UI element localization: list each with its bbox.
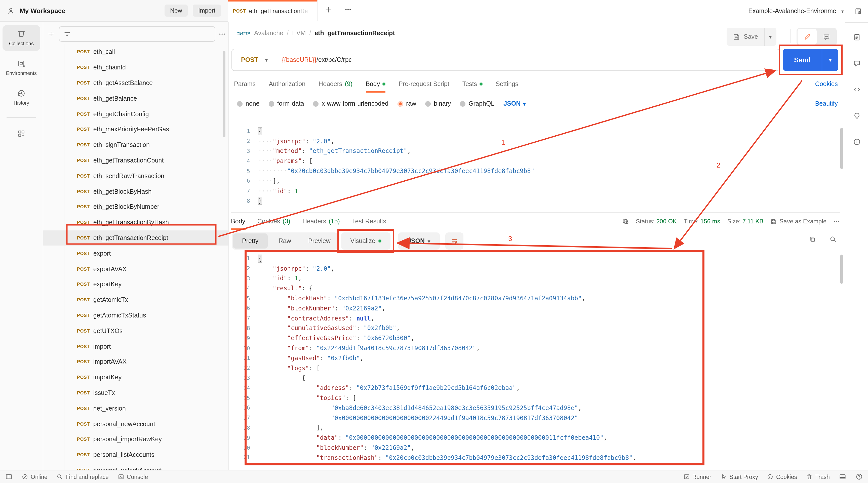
sidebar-item-eth_getChainConfig[interactable]: POSTeth_getChainConfig (43, 106, 228, 122)
sidebar-item-importAVAX[interactable]: POSTimportAVAX (43, 354, 228, 370)
sidebar-item-personal_importRawKey[interactable]: POSTpersonal_importRawKey (43, 432, 228, 447)
sidebar-item-importKey[interactable]: POSTimportKey (43, 369, 228, 385)
sidebar-item-eth_getTransactionByHash[interactable]: POSTeth_getTransactionByHash (43, 215, 228, 230)
sidebar-item-exportAVAX[interactable]: POSTexportAVAX (43, 261, 228, 277)
sidebar-item-net_version[interactable]: POSTnet_version (43, 401, 228, 416)
sidebar-item-eth_getTransactionReceipt[interactable]: POSTeth_getTransactionReceipt (43, 230, 228, 246)
body-mode-graphql[interactable]: GraphQL (460, 100, 494, 107)
online-status[interactable]: Online (22, 474, 48, 480)
sidebar-item-eth_signTransaction[interactable]: POSTeth_signTransaction (43, 137, 228, 153)
sidebar-item-eth_getAssetBalance[interactable]: POSTeth_getAssetBalance (43, 75, 228, 91)
view-preview[interactable]: Preview (302, 233, 337, 249)
add-collection-icon[interactable] (47, 30, 55, 38)
tab-params[interactable]: Params (234, 75, 256, 93)
start-proxy-button[interactable]: Start Proxy (720, 474, 758, 480)
sidebar-item-personal_listAccounts[interactable]: POSTpersonal_listAccounts (43, 447, 228, 463)
documentation-icon[interactable] (852, 33, 861, 41)
environment-quick-look-icon[interactable] (855, 7, 862, 15)
import-button[interactable]: Import (193, 4, 221, 17)
send-options-chevron[interactable]: ▾ (822, 49, 838, 71)
comment-icon[interactable] (852, 59, 861, 67)
beautify-link[interactable]: Beautify (815, 100, 838, 107)
tab-tests[interactable]: Tests (462, 75, 483, 93)
breadcrumb-request[interactable]: eth_getTransactionReceipt (314, 30, 395, 37)
method-selector[interactable]: POST (232, 56, 265, 63)
request-editor-scrollbar[interactable] (840, 128, 843, 169)
response-language-selector[interactable]: JSON▾ (398, 232, 440, 250)
view-pretty[interactable]: Pretty (233, 233, 268, 249)
sidebar-item-eth_getBlockByNumber[interactable]: POSTeth_getBlockByNumber (43, 199, 228, 215)
body-mode-form-data[interactable]: form-data (269, 100, 304, 107)
cookies-link[interactable]: Cookies (815, 80, 838, 88)
lightbulb-icon[interactable] (852, 112, 861, 120)
sidebar-item-eth_maxPriorityFeePerGas[interactable]: POSTeth_maxPriorityFeePerGas (43, 122, 228, 137)
sidebar-item-getUTXOs[interactable]: POSTgetUTXOs (43, 323, 228, 339)
tab-headers[interactable]: Headers(9) (318, 75, 352, 93)
response-editor-scrollbar[interactable] (840, 255, 843, 284)
body-mode-raw[interactable]: raw (398, 100, 416, 107)
sidebar-item-eth_sendRawTransaction[interactable]: POSTeth_sendRawTransaction (43, 168, 228, 184)
code-snippet-icon[interactable] (852, 86, 861, 94)
sidebar-item-eth_getBalance[interactable]: POSTeth_getBalance (43, 91, 228, 106)
body-mode-urlencoded[interactable]: x-www-form-urlencoded (313, 100, 389, 107)
tab-test-results[interactable]: Test Results (352, 213, 386, 230)
sidebar-item-eth_chainId[interactable]: POSTeth_chainId (43, 60, 228, 75)
edit-mode-button[interactable] (798, 29, 817, 45)
save-as-example-button[interactable]: Save as Example (770, 218, 827, 225)
sidebar-scrollbar[interactable] (223, 51, 225, 137)
environment-selector[interactable]: Example-Avalanche-Environme (748, 7, 836, 14)
sidebar-item-eth_getTransactionCount[interactable]: POSTeth_getTransactionCount (43, 153, 228, 168)
sidebar-item-eth_call[interactable]: POSTeth_call (43, 44, 228, 60)
cookies-button[interactable]: Cookies (767, 474, 797, 480)
tab-response-headers[interactable]: Headers(15) (302, 213, 340, 230)
network-icon[interactable] (622, 218, 629, 225)
breadcrumb-collection[interactable]: Avalanche (254, 30, 283, 37)
request-tab[interactable]: POST eth_getTransactionRece (228, 0, 317, 21)
new-tab-button[interactable] (324, 6, 332, 13)
view-raw[interactable]: Raw (268, 233, 302, 249)
search-icon[interactable] (829, 235, 837, 243)
sidebar-item-getAtomicTxStatus[interactable]: POSTgetAtomicTxStatus (43, 308, 228, 323)
sidebar-item-export[interactable]: POSTexport (43, 246, 228, 261)
console-button[interactable]: Console (118, 474, 148, 480)
copy-icon[interactable] (809, 235, 816, 243)
body-language-selector[interactable]: JSON▾ (503, 100, 526, 107)
chevron-down-icon[interactable]: ▾ (265, 57, 275, 63)
response-more-icon[interactable]: ••• (834, 219, 840, 224)
sidebar-item-collections[interactable]: Collections (2, 25, 40, 51)
url-input[interactable]: {{baseURL}}/ext/bc/C/rpc (275, 56, 352, 63)
save-button[interactable]: Save (726, 33, 764, 40)
save-options-chevron[interactable]: ▾ (764, 28, 776, 46)
tab-response-cookies[interactable]: Cookies(3) (257, 213, 290, 230)
info-icon[interactable] (852, 138, 861, 146)
tab-settings[interactable]: Settings (496, 75, 518, 93)
sidebar-item-environments[interactable]: Environments (2, 55, 40, 80)
send-button[interactable]: Send (783, 49, 822, 71)
body-mode-none[interactable]: none (237, 100, 260, 107)
request-body-editor[interactable]: 1{2····"jsonrpc": "2.0",3····"method": "… (229, 124, 845, 209)
new-button[interactable]: New (164, 4, 188, 17)
body-mode-binary[interactable]: binary (425, 100, 451, 107)
response-body-editor[interactable]: 1{2 "jsonrpc": "2.0",3 "id": 1,4 "result… (229, 252, 845, 465)
breadcrumb-folder[interactable]: EVM (292, 30, 306, 37)
sidebar-item-getAtomicTx[interactable]: POSTgetAtomicTx (43, 292, 228, 308)
comments-button[interactable] (817, 29, 836, 45)
sidebar-item-issueTx[interactable]: POSTissueTx (43, 385, 228, 401)
tab-response-body[interactable]: Body (231, 213, 245, 230)
view-visualize[interactable]: Visualize (341, 232, 391, 250)
tab-authorization[interactable]: Authorization (269, 75, 305, 93)
sidebar-more-icon[interactable]: ••• (219, 31, 225, 36)
sidebar-item-history[interactable]: History (2, 85, 40, 110)
tab-pre-request-script[interactable]: Pre-request Script (399, 75, 449, 93)
toggle-sidebar-icon[interactable] (5, 473, 12, 481)
sidebar-item-eth_getBlockByHash[interactable]: POSTeth_getBlockByHash (43, 184, 228, 199)
tab-options-icon[interactable]: ••• (345, 7, 351, 12)
trash-button[interactable]: Trash (806, 474, 830, 480)
chevron-down-icon[interactable]: ▾ (841, 8, 844, 14)
sidebar-item-personal_newAccount[interactable]: POSTpersonal_newAccount (43, 416, 228, 432)
sidebar-item-exportKey[interactable]: POSTexportKey (43, 277, 228, 292)
bottom-panel-icon[interactable] (839, 473, 846, 481)
tab-body[interactable]: Body (366, 75, 385, 93)
runner-button[interactable]: Runner (683, 474, 711, 480)
wrap-lines-button[interactable] (445, 232, 463, 250)
